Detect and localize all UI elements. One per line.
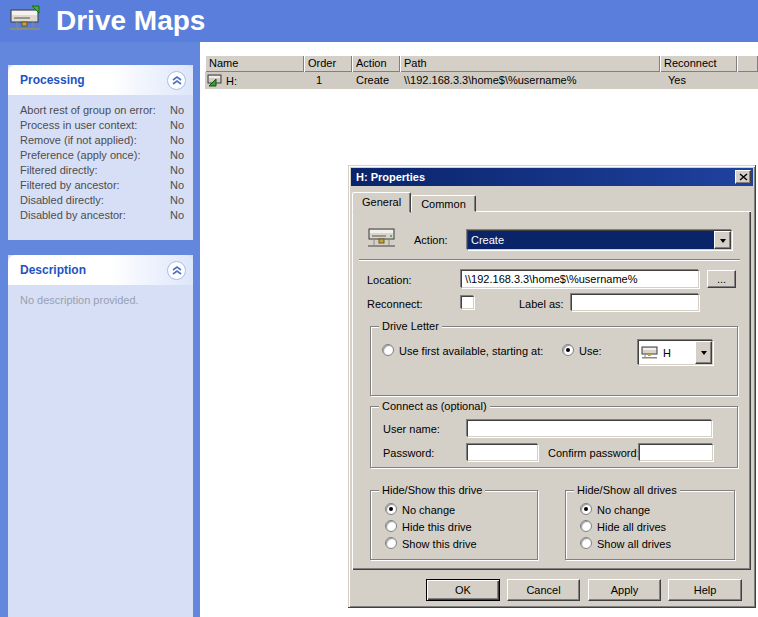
chevron-up-icon <box>172 76 182 85</box>
hide-show-all-drives-group: Hide/Show all drives No change Hide all … <box>565 490 735 560</box>
separator <box>359 259 740 261</box>
show-all-drives-label: Show all drives <box>597 538 671 550</box>
processing-item: Disabled by ancestor:No <box>20 208 184 223</box>
column-header-action[interactable]: Action <box>352 55 400 72</box>
reconnect-label: Reconnect: <box>367 298 423 310</box>
no-change-all-radio[interactable] <box>580 503 592 515</box>
label-as-label: Label as: <box>519 298 564 310</box>
collapse-processing-button[interactable] <box>167 71 186 90</box>
close-icon <box>739 173 748 181</box>
action-dropdown-arrow[interactable] <box>714 231 731 249</box>
user-name-input[interactable] <box>467 420 712 437</box>
ok-button[interactable]: OK <box>426 579 500 601</box>
column-header-reconnect[interactable]: Reconnect <box>660 55 737 72</box>
row-action-cell: Create <box>352 72 400 89</box>
no-change-this-radio[interactable] <box>385 503 397 515</box>
processing-item: Process in user context:No <box>20 118 184 133</box>
no-change-this-label: No change <box>402 504 455 516</box>
reconnect-checkbox[interactable] <box>461 296 474 309</box>
label-as-input[interactable] <box>571 294 699 311</box>
drive-letter-dropdown-arrow[interactable] <box>695 341 712 364</box>
apply-button[interactable]: Apply <box>588 579 661 601</box>
hide-show-all-drives-title: Hide/Show all drives <box>574 484 680 496</box>
user-name-label: User name: <box>383 423 440 435</box>
hide-this-drive-label: Hide this drive <box>402 521 472 533</box>
page-title: Drive Maps <box>56 5 205 37</box>
drive-letter-value: H <box>663 347 671 359</box>
dialog-title: H: Properties <box>356 171 735 183</box>
location-label: Location: <box>367 274 412 286</box>
drive-maps-window: Drive Maps Processing Abort rest of grou… <box>0 0 758 617</box>
chevron-down-icon <box>701 351 707 358</box>
processing-item: Disabled directly:No <box>20 193 184 208</box>
mapped-drive-icon <box>207 73 223 89</box>
drive-letter-group: Drive Letter Use first available, starti… <box>370 326 738 396</box>
tab-common[interactable]: Common <box>411 195 476 212</box>
hide-all-drives-label: Hide all drives <box>597 521 666 533</box>
dialog-titlebar[interactable]: H: Properties <box>351 168 753 186</box>
password-input[interactable] <box>467 444 538 461</box>
close-button[interactable] <box>735 170 751 184</box>
tab-general[interactable]: General <box>352 192 411 213</box>
description-text: No description provided. <box>8 285 193 306</box>
description-panel-header: Description <box>8 255 193 285</box>
use-first-available-radio[interactable] <box>382 344 394 356</box>
cancel-button[interactable]: Cancel <box>507 579 580 601</box>
browse-button[interactable]: ... <box>707 270 736 288</box>
chevron-down-icon <box>720 239 726 246</box>
action-label: Action: <box>414 234 448 246</box>
collapse-description-button[interactable] <box>167 261 186 280</box>
row-path-cell: \\192.168.3.3\home$\%username% <box>400 72 660 89</box>
drive-letter-group-title: Drive Letter <box>379 320 442 332</box>
drive-icon <box>367 224 399 253</box>
action-dropdown[interactable]: Create <box>467 230 732 250</box>
hide-all-drives-radio[interactable] <box>580 520 592 532</box>
processing-item: Preference (apply once):No <box>20 148 184 163</box>
row-name-cell: H: <box>205 72 304 89</box>
sidebar: Processing Abort rest of group on error:… <box>0 42 200 617</box>
column-header-name[interactable]: Name <box>205 55 304 72</box>
processing-item: Remove (if not applied):No <box>20 133 184 148</box>
table-row[interactable]: H: 1 Create \\192.168.3.3\home$\%usernam… <box>205 72 758 89</box>
column-header-path[interactable]: Path <box>400 55 660 72</box>
chevron-up-icon <box>172 266 182 275</box>
help-button[interactable]: Help <box>668 579 742 601</box>
drive-letter-dropdown[interactable]: H <box>638 340 713 365</box>
hide-show-this-drive-group: Hide/Show this drive No change Hide this… <box>370 490 538 560</box>
description-panel: Description No description provided. <box>8 255 193 617</box>
use-radio[interactable] <box>562 344 574 356</box>
use-first-available-label: Use first available, starting at: <box>399 345 543 357</box>
processing-item: Filtered by ancestor:No <box>20 178 184 193</box>
use-label: Use: <box>579 345 602 357</box>
hide-show-this-drive-title: Hide/Show this drive <box>379 484 485 496</box>
properties-dialog: H: Properties General Common <box>348 165 756 608</box>
confirm-password-input[interactable] <box>639 444 713 461</box>
processing-item: Abort rest of group on error:No <box>20 103 184 118</box>
app-header: Drive Maps <box>0 0 758 42</box>
processing-item: Filtered directly:No <box>20 163 184 178</box>
row-reconnect-cell: Yes <box>660 72 737 89</box>
show-this-drive-radio[interactable] <box>385 537 397 549</box>
column-header-order[interactable]: Order <box>304 55 352 72</box>
action-selected-value: Create <box>468 231 714 249</box>
show-this-drive-label: Show this drive <box>402 538 477 550</box>
confirm-password-label: Confirm password: <box>548 447 640 459</box>
processing-panel: Processing Abort rest of group on error:… <box>8 65 193 240</box>
processing-items: Abort rest of group on error:No Process … <box>8 95 193 223</box>
connect-as-group: Connect as (optional) User name: Passwor… <box>370 406 738 468</box>
no-change-all-label: No change <box>597 504 650 516</box>
drive-maps-list: Name Order Action Path Reconnect H: 1 Cr… <box>205 55 758 89</box>
dialog-tabs: General Common <box>352 191 476 212</box>
location-input[interactable] <box>461 270 699 288</box>
general-tab-page: Action: Create Location: ... Reconnect: … <box>352 211 751 570</box>
connect-as-group-title: Connect as (optional) <box>379 400 490 412</box>
hide-this-drive-radio[interactable] <box>385 520 397 532</box>
list-header: Name Order Action Path Reconnect <box>205 55 758 72</box>
password-label: Password: <box>383 447 434 459</box>
drive-maps-icon <box>8 3 46 39</box>
column-header-filler <box>737 55 758 72</box>
row-order-cell: 1 <box>304 72 352 89</box>
processing-title: Processing <box>20 73 85 87</box>
show-all-drives-radio[interactable] <box>580 537 592 549</box>
processing-panel-header: Processing <box>8 65 193 95</box>
